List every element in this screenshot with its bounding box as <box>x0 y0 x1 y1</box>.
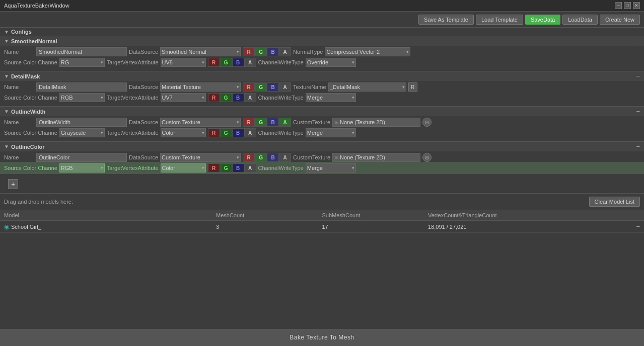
group-outlinecolor-header[interactable]: ▼ OutlineColor − <box>0 141 644 151</box>
smoothednormal-name-input[interactable] <box>36 47 127 56</box>
datasource-select[interactable]: Smoothed Normal <box>160 47 241 56</box>
channel-a-dm2[interactable]: A <box>244 93 256 102</box>
datasource-select-ow[interactable]: Custom Texture <box>160 118 241 127</box>
smoothednormal-expand-icon: ▼ <box>4 38 9 44</box>
source-color-select-sn[interactable]: RG <box>59 58 105 67</box>
create-new-button[interactable]: Create New <box>600 15 640 25</box>
channel-r-dm[interactable]: R <box>243 82 255 92</box>
channel-a-sn2[interactable]: A <box>244 58 256 67</box>
source-color-select-wrap-sn: RG <box>59 58 105 67</box>
name-label-dm: Name <box>4 84 34 90</box>
customtexture-field-oc: ⊞ None (Texture 2D) <box>332 153 420 162</box>
channel-write-type-label-ow: ChannelWriteType <box>258 130 304 136</box>
channel-g-ow[interactable]: G <box>255 118 267 127</box>
load-data-button[interactable]: LoadData <box>562 15 598 25</box>
detailmask-name-input[interactable] <box>36 82 127 92</box>
channel-write-type-select-wrap-sn: Override <box>306 58 356 67</box>
channel-a-ow[interactable]: A <box>279 118 291 127</box>
header-meshcount: MeshCount <box>216 212 322 218</box>
channel-b-oc2[interactable]: B <box>232 163 244 172</box>
source-color-label-sn: Source Color Channe <box>4 59 57 65</box>
group-smoothednormal-header[interactable]: ▼ SmoothedNormal − <box>0 36 644 46</box>
customtexture-value-oc: None (Texture 2D) <box>340 154 385 160</box>
channel-b-ow2[interactable]: B <box>232 128 244 137</box>
channel-r-sn2[interactable]: R <box>208 58 220 67</box>
channel-b-sn[interactable]: B <box>267 47 279 56</box>
datasource-select-dm[interactable]: Material Texture <box>160 82 241 92</box>
datasource-select-wrap-ow: Custom Texture <box>160 118 241 127</box>
channel-r-sn[interactable]: R <box>243 47 255 56</box>
target-vertex-select-ow[interactable]: Color <box>161 128 206 137</box>
channel-g-ow2[interactable]: G <box>220 128 232 137</box>
add-group-button[interactable]: + <box>8 179 18 189</box>
customtexture-circle-btn-ow[interactable]: ◎ <box>422 118 432 127</box>
channel-r-dm2[interactable]: R <box>208 93 220 102</box>
texturename-select-dm[interactable]: _DetailMask <box>328 82 406 92</box>
outlinewidth-name-input[interactable] <box>36 118 127 127</box>
configs-title: Configs <box>11 29 32 35</box>
channel-b-dm2[interactable]: B <box>232 93 244 102</box>
channel-r-ow[interactable]: R <box>243 118 255 127</box>
channel-g-dm2[interactable]: G <box>220 93 232 102</box>
clear-model-list-button[interactable]: Clear Model List <box>589 197 640 207</box>
save-data-button[interactable]: SaveData <box>525 15 560 25</box>
texture-icon-oc: ⊞ <box>335 155 339 160</box>
outlinecolor-collapse-button[interactable]: − <box>636 143 640 150</box>
channel-write-type-select-sn[interactable]: Override <box>306 58 356 67</box>
channel-a-sn[interactable]: A <box>279 47 291 56</box>
channel-write-type-select-ow[interactable]: Merge <box>306 128 356 137</box>
channel-r-ow2[interactable]: R <box>208 128 220 137</box>
texture-icon-ow: ⊞ <box>335 120 339 125</box>
customtexture-label-oc: CustomTexture <box>293 154 330 160</box>
save-as-template-button[interactable]: Save As Template <box>418 15 474 25</box>
channel-b-sn2[interactable]: B <box>232 58 244 67</box>
channel-b-dm[interactable]: B <box>267 82 279 92</box>
source-color-label-ow: Source Color Channe <box>4 130 57 136</box>
datasource-select-oc[interactable]: Custom Texture <box>160 153 241 162</box>
remove-model-button[interactable]: − <box>636 223 640 230</box>
target-vertex-select-sn[interactable]: UV8 <box>161 58 206 67</box>
smoothednormal-collapse-button[interactable]: − <box>636 37 640 45</box>
channel-group-oc: R G B A <box>243 153 291 162</box>
outlinewidth-collapse-button[interactable]: − <box>636 108 640 115</box>
channel-g-oc2[interactable]: G <box>220 163 232 172</box>
channel-write-type-select-dm[interactable]: Merge <box>306 93 356 102</box>
bake-texture-button[interactable]: Bake Texture To Mesh <box>0 329 644 346</box>
target-vertex-select-oc[interactable]: Color <box>161 163 206 172</box>
channel-a-oc2[interactable]: A <box>244 163 256 172</box>
configs-header[interactable]: ▼ Configs <box>0 28 644 36</box>
r-button-dm[interactable]: R <box>408 82 417 92</box>
channel-g-sn2[interactable]: G <box>220 58 232 67</box>
channel-a-ow2[interactable]: A <box>244 128 256 137</box>
channel-g-sn[interactable]: G <box>255 47 267 56</box>
source-color-select-dm[interactable]: RGB <box>59 93 105 102</box>
channel-write-type-label-sn: ChannelWriteType <box>258 59 304 65</box>
load-template-button[interactable]: Load Template <box>476 15 523 25</box>
channel-g-oc[interactable]: G <box>255 153 267 162</box>
close-button[interactable]: ✕ <box>633 2 640 9</box>
channel-write-type-select-wrap-ow: Merge <box>306 128 356 137</box>
target-vertex-select-dm[interactable]: UV7 <box>161 93 206 102</box>
channel-a-dm[interactable]: A <box>279 82 291 92</box>
channel-a-oc[interactable]: A <box>279 153 291 162</box>
model-name: School Girl_ <box>11 224 41 230</box>
source-color-select-ow[interactable]: Grayscale <box>59 128 105 137</box>
channel-b-ow[interactable]: B <box>267 118 279 127</box>
channel-write-type-select-oc[interactable]: Merge <box>306 163 356 172</box>
channel-g-dm[interactable]: G <box>255 82 267 92</box>
detailmask-name: DetailMask <box>11 73 40 79</box>
channel-r-oc[interactable]: R <box>243 153 255 162</box>
channel-r-oc2[interactable]: R <box>208 163 220 172</box>
outlinecolor-name-input[interactable] <box>36 153 127 162</box>
maximize-button[interactable]: □ <box>624 2 631 9</box>
channel-write-type-select-wrap-dm: Merge <box>306 93 356 102</box>
group-detailmask-header[interactable]: ▼ DetailMask − <box>0 71 644 81</box>
channel-b-oc[interactable]: B <box>267 153 279 162</box>
customtexture-circle-btn-oc[interactable]: ◎ <box>422 153 432 162</box>
normaltype-select[interactable]: Compressed Vector 2 <box>325 47 410 56</box>
source-color-select-oc[interactable]: RGB <box>59 163 105 172</box>
add-button-row: + <box>0 175 644 193</box>
minimize-button[interactable]: ─ <box>615 2 622 9</box>
group-outlinewidth-header[interactable]: ▼ OutlineWidth − <box>0 106 644 116</box>
detailmask-collapse-button[interactable]: − <box>636 72 640 80</box>
